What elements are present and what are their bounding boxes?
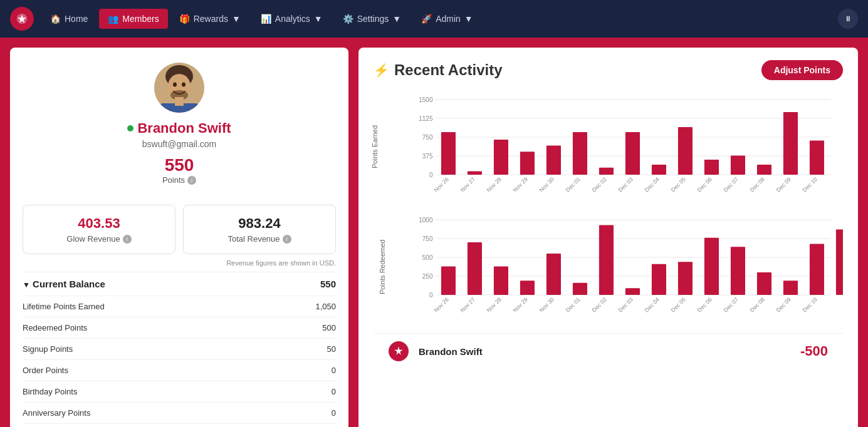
balance-total: 550 — [320, 279, 336, 289]
svg-text:1125: 1125 — [419, 115, 433, 122]
svg-rect-74 — [836, 230, 843, 295]
balance-rows: Lifetime Points Earned1,050Redeemed Poin… — [23, 296, 336, 427]
svg-text:375: 375 — [422, 153, 433, 160]
chevron-down-icon: ▼ — [464, 14, 473, 24]
member-email: bswuft@gmail.com — [142, 139, 216, 149]
nav-admin[interactable]: 🚀 Admin ▼ — [412, 9, 482, 29]
bottom-member-name: Brandon Swift — [419, 346, 483, 357]
svg-text:Nov 29: Nov 29 — [512, 296, 529, 313]
settings-icon: ⚙️ — [343, 14, 353, 24]
svg-rect-73 — [810, 244, 824, 295]
points-info-icon[interactable]: i — [187, 176, 196, 185]
collapse-icon: ▼ — [23, 280, 30, 289]
nav-members[interactable]: 👥 Members — [99, 9, 167, 29]
nav-rewards[interactable]: 🎁 Rewards ▼ — [170, 9, 249, 29]
svg-text:Nov 30: Nov 30 — [538, 296, 555, 313]
svg-rect-19 — [441, 132, 456, 175]
svg-text:Dec 02: Dec 02 — [591, 176, 608, 193]
svg-rect-67 — [652, 264, 666, 295]
svg-rect-59 — [441, 266, 456, 295]
app-logo[interactable] — [10, 7, 34, 31]
svg-text:500: 500 — [422, 254, 433, 261]
total-revenue-card: 983.24 Total Revenue i — [183, 205, 336, 254]
analytics-icon: 📊 — [261, 14, 271, 24]
glow-revenue-amount: 403.53 — [33, 215, 165, 232]
balance-row: Referral Points0 — [23, 423, 336, 427]
pause-button[interactable]: ⏸ — [838, 9, 858, 29]
svg-rect-23 — [546, 146, 561, 175]
profile-section: Brandon Swift bswuft@gmail.com 550 Point… — [23, 63, 336, 195]
glow-revenue-card: 403.53 Glow Revenue i — [23, 205, 175, 254]
balance-row: Redeemed Points500 — [23, 317, 336, 338]
svg-point-5 — [182, 83, 186, 87]
avatar — [154, 63, 204, 113]
svg-rect-32 — [783, 112, 798, 175]
glow-revenue-info-icon[interactable]: i — [123, 235, 132, 244]
svg-text:Dec 08: Dec 08 — [749, 176, 766, 193]
svg-text:Nov 27: Nov 27 — [459, 296, 476, 313]
svg-text:Dec 07: Dec 07 — [723, 296, 740, 313]
nav-analytics[interactable]: 📊 Analytics ▼ — [252, 9, 332, 29]
online-indicator — [127, 125, 133, 131]
svg-text:Nov 30: Nov 30 — [538, 176, 555, 193]
right-panel: ⚡ Recent Activity Adjust Points Points E… — [358, 48, 858, 427]
svg-text:750: 750 — [422, 235, 433, 242]
svg-rect-61 — [494, 266, 508, 295]
svg-rect-33 — [810, 141, 824, 175]
svg-text:Nov 28: Nov 28 — [486, 176, 503, 193]
svg-rect-31 — [757, 165, 771, 175]
svg-text:Dec 01: Dec 01 — [565, 296, 582, 313]
svg-rect-68 — [678, 262, 693, 295]
svg-text:Dec 05: Dec 05 — [670, 296, 687, 313]
total-revenue-label: Total Revenue i — [194, 234, 325, 244]
svg-rect-72 — [783, 280, 798, 295]
svg-rect-69 — [704, 238, 719, 295]
balance-section: ▼ Current Balance 550 Lifetime Points Ea… — [23, 272, 336, 427]
svg-text:Nov 28: Nov 28 — [486, 296, 503, 313]
chevron-down-icon: ▼ — [314, 14, 323, 24]
svg-text:1500: 1500 — [419, 96, 433, 103]
svg-text:Dec 08: Dec 08 — [749, 296, 766, 313]
chevron-down-icon: ▼ — [392, 14, 401, 24]
main-content: Brandon Swift bswuft@gmail.com 550 Point… — [0, 38, 868, 427]
svg-rect-28 — [678, 127, 693, 175]
svg-text:1000: 1000 — [419, 217, 433, 224]
balance-header[interactable]: ▼ Current Balance 550 — [23, 272, 336, 296]
lightning-icon: ⚡ — [374, 63, 389, 78]
svg-rect-66 — [625, 288, 640, 295]
svg-text:Dec 04: Dec 04 — [644, 176, 661, 193]
svg-text:Dec 10: Dec 10 — [802, 176, 818, 193]
adjust-points-button[interactable]: Adjust Points — [761, 60, 843, 80]
svg-rect-24 — [573, 132, 587, 175]
svg-rect-8 — [175, 97, 184, 106]
svg-text:Dec 03: Dec 03 — [617, 176, 634, 193]
section-title: ⚡ Recent Activity — [374, 61, 503, 79]
chart-redeemed-wrap: Points Redeemed 02505007501000Nov 26Nov … — [374, 210, 843, 326]
points-value: 550 — [165, 155, 194, 175]
svg-rect-71 — [757, 272, 771, 295]
svg-text:Dec 01: Dec 01 — [565, 176, 582, 193]
balance-row: Signup Points50 — [23, 338, 336, 359]
nav-settings[interactable]: ⚙️ Settings ▼ — [334, 9, 410, 29]
rewards-icon: 🎁 — [179, 14, 190, 24]
chart1-svg: 037575011251500Nov 26Nov 27Nov 28Nov 29N… — [405, 90, 843, 203]
total-revenue-amount: 983.24 — [194, 215, 325, 232]
svg-rect-26 — [625, 132, 640, 175]
svg-rect-22 — [520, 152, 535, 175]
balance-row: Order Points0 — [23, 359, 336, 381]
svg-rect-21 — [494, 140, 508, 175]
svg-text:Dec 06: Dec 06 — [696, 296, 713, 313]
svg-rect-29 — [704, 160, 719, 175]
svg-rect-30 — [731, 156, 745, 175]
svg-rect-70 — [731, 247, 745, 295]
svg-rect-65 — [599, 225, 614, 295]
nav-home[interactable]: 🏠 Home — [41, 9, 97, 29]
chart1-y-label: Points Earned — [371, 90, 379, 203]
svg-rect-60 — [468, 242, 482, 295]
member-name: Brandon Swift — [127, 120, 231, 136]
chart2-svg: 02505007501000Nov 26Nov 27Nov 28Nov 29No… — [405, 210, 843, 323]
total-revenue-info-icon[interactable]: i — [283, 235, 291, 244]
svg-text:Dec 04: Dec 04 — [644, 296, 661, 313]
svg-text:Nov 27: Nov 27 — [459, 176, 476, 193]
chevron-down-icon: ▼ — [232, 14, 241, 24]
